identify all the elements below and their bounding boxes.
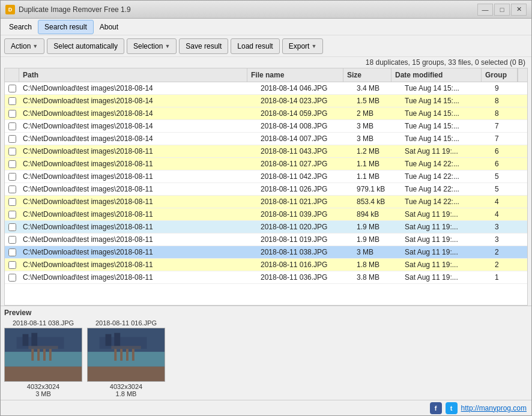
table-row[interactable]: C:\NetDownload\test images\2018-08-11 20… — [5, 170, 527, 183]
row-size: 2 MB — [353, 107, 401, 119]
table-row[interactable]: C:\NetDownload\test images\2018-08-11 20… — [5, 196, 527, 208]
row-filename: 2018-08-11 021.JPG — [257, 196, 353, 208]
row-checkbox-cell[interactable] — [5, 146, 19, 157]
svg-rect-11 — [31, 333, 37, 346]
preview-section: Preview 2018-08-11 038.JPG — [1, 306, 531, 400]
header-size: Size — [343, 68, 391, 82]
row-checkbox[interactable] — [8, 249, 16, 256]
row-filename: 2018-08-11 019.JPG — [257, 234, 353, 246]
row-path: C:\NetDownload\test images\2018-08-14 — [19, 95, 257, 107]
table-header: Path File name Size Date modified Group — [5, 68, 527, 82]
row-checkbox-cell[interactable] — [5, 108, 19, 119]
load-result-button[interactable]: Load result — [231, 38, 279, 54]
row-checkbox[interactable] — [8, 148, 16, 155]
row-checkbox[interactable] — [8, 160, 16, 168]
menu-search[interactable]: Search — [3, 20, 38, 34]
save-result-button[interactable]: Save result — [179, 38, 228, 54]
select-automatically-button[interactable]: Select automatically — [47, 38, 124, 54]
preview-label: Preview — [4, 309, 528, 317]
table-row[interactable]: C:\NetDownload\test images\2018-08-14 20… — [5, 82, 527, 95]
header-filename: File name — [247, 68, 343, 82]
row-group: 4 — [491, 208, 527, 220]
export-button[interactable]: Export ▼ — [282, 38, 324, 54]
table-row[interactable]: C:\NetDownload\test images\2018-08-11 20… — [5, 246, 527, 259]
row-checkbox-cell[interactable] — [5, 171, 19, 182]
row-checkbox-cell[interactable] — [5, 222, 19, 233]
row-checkbox-cell[interactable] — [5, 209, 19, 220]
minimize-button[interactable]: — — [477, 4, 493, 16]
row-path: C:\NetDownload\test images\2018-08-11 — [19, 246, 257, 258]
table-row[interactable]: C:\NetDownload\test images\2018-08-14 20… — [5, 107, 527, 120]
row-checkbox[interactable] — [8, 110, 16, 118]
table-row[interactable]: C:\NetDownload\test images\2018-08-11 20… — [5, 145, 527, 158]
action-button[interactable]: Action ▼ — [4, 38, 44, 54]
table-row[interactable]: C:\NetDownload\test images\2018-08-14 20… — [5, 133, 527, 145]
row-checkbox-cell[interactable] — [5, 83, 19, 94]
table-row[interactable]: C:\NetDownload\test images\2018-08-11 20… — [5, 234, 527, 246]
row-checkbox-cell[interactable] — [5, 184, 19, 195]
row-checkbox[interactable] — [8, 274, 16, 282]
row-checkbox-cell[interactable] — [5, 196, 19, 208]
row-date: Tue Aug 14 15:... — [401, 95, 491, 107]
header-date: Date modified — [391, 68, 482, 82]
facebook-icon[interactable]: f — [430, 402, 442, 414]
row-checkbox[interactable] — [8, 236, 16, 244]
svg-rect-7 — [43, 349, 46, 361]
row-checkbox[interactable] — [8, 261, 16, 269]
table-row[interactable]: C:\NetDownload\test images\2018-08-14 20… — [5, 120, 527, 133]
row-filename: 2018-08-11 026.JPG — [257, 183, 353, 195]
row-checkbox-cell[interactable] — [5, 272, 19, 283]
svg-rect-3 — [5, 367, 82, 382]
table-body[interactable]: C:\NetDownload\test images\2018-08-14 20… — [5, 82, 527, 305]
row-group: 6 — [491, 158, 527, 170]
menu-about[interactable]: About — [94, 20, 124, 34]
row-path: C:\NetDownload\test images\2018-08-14 — [19, 82, 257, 94]
row-filename: 2018-08-14 046.JPG — [257, 82, 353, 94]
table-row[interactable]: C:\NetDownload\test images\2018-08-11 20… — [5, 221, 527, 234]
row-checkbox-cell[interactable] — [5, 234, 19, 246]
row-filename: 2018-08-14 059.JPG — [257, 107, 353, 119]
row-path: C:\NetDownload\test images\2018-08-11 — [19, 183, 257, 195]
row-checkbox-cell[interactable] — [5, 158, 19, 170]
preview-filename: 2018-08-11 038.JPG — [13, 319, 74, 327]
row-size: 3.8 MB — [353, 271, 401, 283]
svg-rect-8 — [49, 349, 52, 361]
preview-item: 2018-08-11 016.JPG — [87, 319, 165, 397]
svg-rect-23 — [114, 333, 120, 346]
table-row[interactable]: C:\NetDownload\test images\2018-08-11 20… — [5, 208, 527, 221]
row-filename: 2018-08-11 016.JPG — [257, 259, 353, 271]
row-path: C:\NetDownload\test images\2018-08-11 — [19, 145, 257, 157]
row-checkbox[interactable] — [8, 173, 16, 181]
twitter-icon[interactable]: t — [446, 402, 458, 414]
preview-filename: 2018-08-11 016.JPG — [95, 319, 157, 327]
website-link[interactable]: http://manyprog.com — [461, 404, 527, 412]
close-button[interactable]: ✕ — [511, 4, 527, 16]
row-checkbox[interactable] — [8, 97, 16, 105]
menu-search-result[interactable]: Search result — [38, 20, 94, 34]
window-title: Duplicate Image Remover Free 1.9 — [19, 5, 477, 14]
row-checkbox[interactable] — [8, 185, 16, 193]
row-path: C:\NetDownload\test images\2018-08-11 — [19, 158, 257, 170]
row-checkbox[interactable] — [8, 223, 16, 231]
maximize-button[interactable]: □ — [494, 4, 510, 16]
row-group: 2 — [491, 246, 527, 258]
table-row[interactable]: C:\NetDownload\test images\2018-08-11 20… — [5, 183, 527, 196]
row-checkbox[interactable] — [8, 198, 16, 206]
row-checkbox-cell[interactable] — [5, 259, 19, 271]
selection-button[interactable]: Selection ▼ — [127, 38, 177, 54]
row-checkbox[interactable] — [8, 211, 16, 219]
row-group: 5 — [491, 170, 527, 182]
row-checkbox[interactable] — [8, 122, 16, 130]
svg-rect-10 — [23, 334, 29, 346]
row-checkbox-cell[interactable] — [5, 133, 19, 145]
table-row[interactable]: C:\NetDownload\test images\2018-08-11 20… — [5, 259, 527, 271]
row-checkbox[interactable] — [8, 85, 16, 92]
row-checkbox-cell[interactable] — [5, 121, 19, 132]
row-checkbox-cell[interactable] — [5, 95, 19, 107]
row-checkbox-cell[interactable] — [5, 247, 19, 258]
table-row[interactable]: C:\NetDownload\test images\2018-08-11 20… — [5, 158, 527, 170]
table-row[interactable]: C:\NetDownload\test images\2018-08-11 20… — [5, 271, 527, 284]
row-path: C:\NetDownload\test images\2018-08-14 — [19, 107, 257, 119]
row-checkbox[interactable] — [8, 135, 16, 143]
table-row[interactable]: C:\NetDownload\test images\2018-08-14 20… — [5, 95, 527, 107]
